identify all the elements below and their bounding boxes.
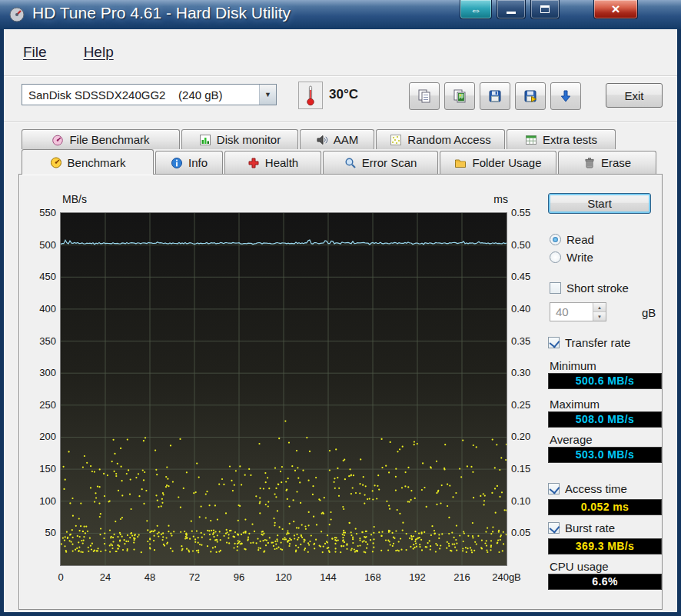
export-button[interactable] [550,82,581,110]
burst-rate-option[interactable]: Burst rate [548,521,615,534]
app-window: HD Tune Pro 4.61 - Hard Disk Utility ⇔ ×… [0,0,681,616]
download-arrow-icon [558,88,573,104]
access-time-label: Access time [565,482,627,495]
close-button[interactable]: × [593,0,638,19]
transfer-rate-label: Transfer rate [565,336,630,349]
spinner-down-icon[interactable]: ▼ [593,312,606,321]
axis-tick: 0.55 [511,207,545,218]
benchmark-page: MB/s ms 55050045040035030025020015010050… [18,174,663,610]
access-time-value: 0.052 ms [548,499,662,515]
axis-tick: 24 [82,571,128,583]
read-radio[interactable] [550,234,561,245]
copy-image-button[interactable] [444,82,475,110]
burst-rate-checkbox[interactable] [548,522,560,534]
read-option[interactable]: Read [550,233,594,246]
menu-file[interactable]: File [23,44,47,61]
tab-error-scan[interactable]: Error Scan [323,151,438,174]
app-icon [8,5,26,24]
spinner-up-icon[interactable]: ▲ [593,303,606,312]
axis-tick: 0 [38,571,84,583]
cpu-usage-value: 6.6% [548,574,662,590]
copy-text-button[interactable] [409,82,440,110]
random-access-icon [390,134,402,146]
axis-tick: 0.20 [511,431,545,442]
maximize-button[interactable] [530,0,560,19]
axis-tick: 0.05 [511,527,545,538]
axis-tick: 0.50 [511,239,545,251]
tab-extra-tests[interactable]: Extra tests [507,129,616,149]
exit-button[interactable]: Exit [606,83,663,108]
axis-tick: 0.45 [511,271,545,282]
divider [4,75,677,77]
axis-tick: 300 [21,367,56,378]
axis-tick: 400 [21,303,56,315]
divider [4,122,677,123]
short-stroke-field[interactable]: 40 ▲ ▼ [550,302,606,321]
info-icon [171,157,183,169]
access-time-checkbox[interactable] [548,483,560,494]
access-time-option[interactable]: Access time [548,482,627,495]
short-stroke-spinner: ▲ ▼ [593,303,606,321]
axis-tick: 500 [21,239,56,251]
tab-label: File Benchmark [69,133,149,146]
transfer-rate-checkbox[interactable] [548,337,560,348]
tab-disk-monitor[interactable]: Disk monitor [181,129,298,149]
read-label: Read [566,233,594,246]
minimum-label: Minimum [550,359,596,372]
tab-benchmark[interactable]: Benchmark [22,149,154,175]
burst-rate-label: Burst rate [565,521,615,534]
maximize-icon [540,5,550,13]
menu-bar: File Help [4,32,677,72]
write-option[interactable]: Write [550,251,593,264]
tab-aam[interactable]: AAM [300,129,374,149]
window-title: HD Tune Pro 4.61 - Hard Disk Utility [32,4,291,22]
save-text-button[interactable] [480,82,510,110]
minimize-button[interactable] [497,0,526,19]
benchmark-gauge-icon [50,156,62,168]
drive-select-arrow[interactable]: ▼ [259,85,276,105]
copy-text-icon [417,88,432,104]
start-button[interactable]: Start [548,193,651,214]
write-radio[interactable] [550,251,561,263]
short-stroke-option[interactable]: Short stroke [550,281,629,295]
axis-tick: 72 [171,571,218,583]
save-icon [487,88,503,104]
tab-label: Health [265,156,298,169]
temperature-frame [298,82,323,109]
transfer-rate-option[interactable]: Transfer rate [548,336,630,349]
axis-tick: 168 [350,571,396,583]
tab-label: Extra tests [543,133,597,146]
axis-tick: 150 [21,463,56,474]
tab-row-bottom: Benchmark Info Health Error Scan Folder … [22,151,656,175]
tab-health[interactable]: Health [224,151,321,174]
trash-icon [583,157,596,169]
maximum-label: Maximum [550,398,600,411]
copy-image-icon [452,88,467,104]
title-bar: HD Tune Pro 4.61 - Hard Disk Utility ⇔ × [0,0,681,29]
tab-folder-usage[interactable]: Folder Usage [440,151,556,174]
save-image-button[interactable] [515,82,546,110]
tab-random-access[interactable]: Random Access [376,129,505,149]
magnifier-icon [344,157,357,169]
flip-window-button[interactable]: ⇔ [460,0,492,19]
drive-select[interactable]: SanDisk SDSSDX240GG2 (240 gB) ▼ [22,84,277,105]
axis-tick: 192 [394,571,440,583]
tab-erase[interactable]: Erase [558,151,656,174]
menu-help[interactable]: Help [84,44,114,61]
speaker-icon [316,134,328,146]
short-stroke-value: 40 [550,303,593,321]
tab-file-benchmark[interactable]: File Benchmark [22,129,180,149]
axis-tick: 450 [21,271,56,282]
axis-tick: 144 [305,571,351,583]
cpu-usage-label: CPU usage [550,560,609,573]
tab-info[interactable]: Info [155,151,223,174]
tab-row-top: File Benchmark Disk monitor AAM Random A… [22,129,616,149]
tab-label: Info [188,156,208,169]
minimize-icon [507,12,516,14]
chevron-down-icon: ▼ [264,91,271,98]
short-stroke-checkbox[interactable] [550,282,561,294]
axis-tick: 0.35 [511,335,545,347]
axis-tick: 50 [21,527,56,538]
burst-rate-value: 369.3 MB/s [548,538,662,554]
axis-tick: 0.15 [511,463,545,474]
